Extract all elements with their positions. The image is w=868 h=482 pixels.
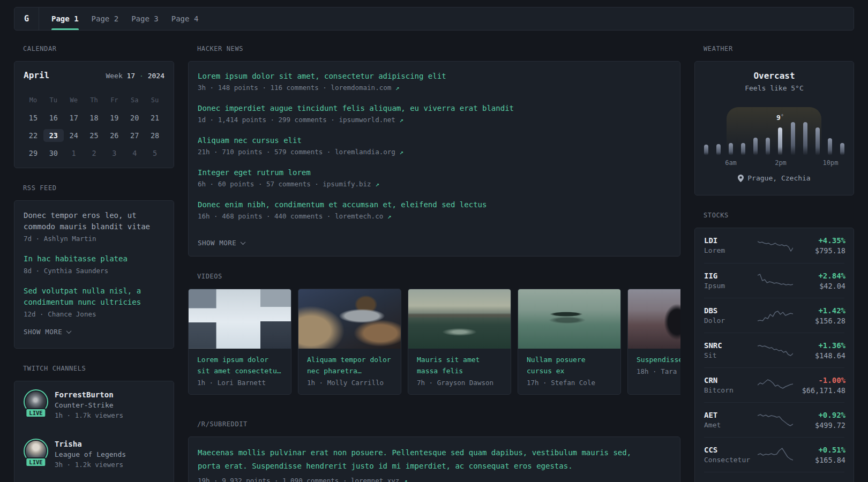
calendar-day: 29 [23, 147, 43, 160]
stock-sparkline [758, 238, 793, 253]
hacker-news-widget: HACKER NEWS Lorem ipsum dolor sit amet, … [188, 45, 680, 257]
stock-row: AHS +0.46% [704, 472, 844, 482]
stock-price: $156.28 [793, 316, 845, 326]
rss-item-title[interactable]: In hac habitasse platea [24, 253, 164, 265]
calendar-day: 25 [84, 129, 104, 142]
video-title[interactable]: Lorem ipsum dolor sit amet consectetu… [197, 354, 282, 376]
weather-current-temp: 9° [776, 114, 784, 122]
chevron-down-icon [66, 328, 72, 334]
video-title[interactable]: Aliquam tempor dolor nec pharetra… [307, 354, 392, 376]
weather-hour-labels: 6am2pm10pm [704, 159, 845, 167]
hn-item-title[interactable]: Integer eget rutrum lorem [198, 167, 671, 178]
stock-name: Amet [704, 420, 758, 430]
stock-ticker: AET [704, 410, 758, 420]
widget-label-weather: WEATHER [704, 45, 854, 52]
channel-meta: 3h · 1.2k viewers [55, 460, 126, 470]
video-card[interactable]: Mauris sit amet massa felis 7h · Grayson… [408, 289, 511, 395]
tab[interactable]: Page 1 [45, 7, 85, 30]
rss-item-meta: 12d · Chance Jones [24, 309, 164, 320]
tab[interactable]: Page 3 [125, 7, 165, 30]
video-card[interactable]: Suspendisse diam 18h · Tara [627, 289, 680, 395]
hn-item-domain[interactable]: ipsumify.biz ↗ [323, 180, 379, 188]
twitch-channel[interactable]: LIVE ForrestBurton Counter-Strike 1h · 1… [24, 389, 164, 420]
video-meta: 17h · Stefan Cole [527, 379, 612, 387]
stock-change: +1.36% [793, 341, 845, 351]
twitch-channel[interactable]: LIVE Trisha League of Legends 3h · 1.2k … [24, 439, 164, 470]
stock-row: IIG Ipsum +2.84% $42.04 [704, 263, 844, 298]
video-title[interactable]: Suspendisse diam [637, 354, 680, 365]
stock-name: Consectetur [704, 455, 758, 465]
video-title[interactable]: Mauris sit amet massa felis [417, 354, 502, 376]
channel-category: Counter-Strike [55, 400, 123, 410]
external-link-icon: ↗ [403, 477, 408, 482]
calendar-month: April [24, 70, 49, 80]
subreddit-post-title[interactable]: Maecenas mollis pulvinar erat non posuer… [198, 446, 657, 473]
weather-bar [766, 138, 770, 155]
video-thumbnail[interactable] [518, 289, 620, 349]
calendar-day: 1 [64, 147, 84, 160]
hn-item-domain[interactable]: loremtech.co ↗ [335, 212, 391, 220]
hn-item-domain[interactable]: loremlandia.org ↗ [335, 148, 403, 156]
calendar-header: April Week 17 · 2024 [24, 70, 164, 80]
weather-feels-like: Feels like 5°C [704, 84, 845, 93]
widget-label-videos: VIDEOS [197, 273, 680, 280]
calendar-grid: MoTuWeThFrSaSu [23, 94, 165, 107]
stock-sparkline [758, 412, 793, 427]
logo[interactable]: G [14, 7, 39, 30]
channel-meta: 1h · 1.7k viewers [55, 410, 123, 420]
calendar-day: 30 [43, 147, 64, 160]
videos-row: Lorem ipsum dolor sit amet consectetu… 1… [188, 289, 680, 395]
video-card[interactable]: Aliquam tempor dolor nec pharetra… 1h · … [298, 289, 401, 395]
hn-item-domain[interactable]: loremdomain.com ↗ [331, 84, 399, 92]
hacker-news-card: Lorem ipsum dolor sit amet, consectetur … [188, 61, 680, 257]
external-link-icon: ↗ [399, 116, 403, 124]
stock-change: +4.35% [793, 236, 845, 246]
rss-item-title[interactable]: Sed volutpat nulla nisl, a condimentum n… [24, 285, 164, 308]
calendar-card: April Week 17 · 2024 MoTuWeThFrSaSu 1516… [14, 61, 174, 168]
hn-item-title[interactable]: Lorem ipsum dolor sit amet, consectetur … [198, 70, 671, 82]
video-thumbnail[interactable] [408, 289, 511, 349]
chevron-down-icon [241, 239, 246, 245]
rss-show-more[interactable]: SHOW MORE [24, 328, 164, 336]
hn-show-more[interactable]: SHOW MORE [198, 239, 671, 247]
subreddit-card: Maecenas mollis pulvinar erat non posuer… [188, 436, 680, 482]
live-badge: LIVE [25, 408, 46, 418]
weather-bar [815, 127, 820, 155]
video-thumbnail[interactable] [189, 289, 291, 349]
hn-item-title[interactable]: Donec imperdiet augue tincidunt felis al… [198, 102, 671, 114]
hn-item-meta: 3h · 148 points · 116 comments · loremdo… [198, 82, 671, 93]
video-card[interactable]: Nullam posuere cursus ex 17h · Stefan Co… [518, 289, 621, 395]
stock-ticker: SNRC [704, 341, 758, 351]
hn-item-title[interactable]: Donec enim nibh, condimentum et accumsan… [198, 199, 671, 210]
tab[interactable]: Page 2 [85, 7, 125, 30]
stock-ticker: DBS [704, 306, 758, 316]
video-thumbnail[interactable] [298, 289, 401, 349]
video-thumbnail[interactable] [628, 289, 680, 349]
hn-item-meta: 1d · 1,414 points · 299 comments · ipsum… [198, 115, 671, 125]
hn-item: Donec enim nibh, condimentum et accumsan… [198, 199, 671, 221]
stock-price: $795.18 [793, 246, 845, 255]
stock-change: +1.42% [793, 306, 845, 316]
weather-hour-label: 6am [725, 159, 737, 167]
hn-item-domain[interactable]: ipsumworld.net ↗ [339, 116, 403, 124]
tab[interactable]: Page 4 [165, 7, 205, 30]
twitch-widget: TWITCH CHANNELS LIVE ForrestBurton Count… [14, 365, 174, 482]
hn-item-title[interactable]: Aliquam nec cursus elit [198, 134, 671, 146]
widget-label-rss: RSS FEED [23, 184, 174, 192]
widget-label-twitch: TWITCH CHANNELS [23, 365, 174, 372]
stock-price: $42.04 [793, 281, 845, 291]
calendar-day-header: We [64, 94, 84, 107]
weather-hour-label: 10pm [823, 159, 839, 167]
subreddit-post-domain[interactable]: loremnet.xyz ↗ [351, 477, 407, 482]
stock-sparkline [758, 447, 793, 462]
rss-card: Donec tempor eros leo, ut commodo mauris… [14, 200, 174, 349]
video-card[interactable]: Lorem ipsum dolor sit amet consectetu… 1… [188, 289, 291, 395]
weather-hour-label: 2pm [775, 159, 787, 167]
stock-name: Sit [704, 351, 758, 360]
stock-row: SNRC Sit +1.36% $148.64 [704, 333, 844, 367]
avatar: LIVE [24, 439, 48, 463]
hn-item: Aliquam nec cursus elit 21h · 710 points… [198, 134, 671, 157]
video-title[interactable]: Nullam posuere cursus ex [527, 354, 612, 376]
rss-item-title[interactable]: Donec tempor eros leo, ut commodo mauris… [24, 210, 164, 232]
weather-chart: 9° [704, 107, 845, 155]
